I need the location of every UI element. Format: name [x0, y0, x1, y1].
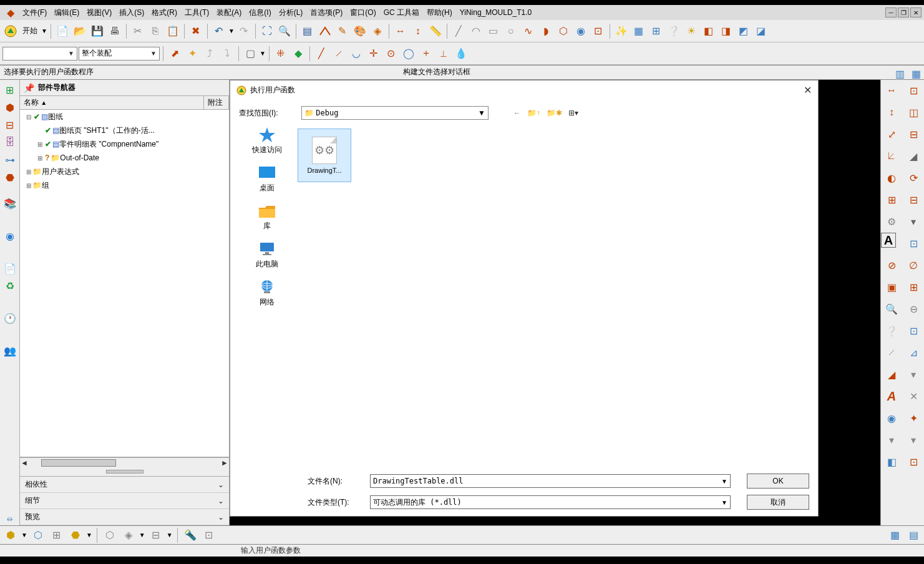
- tool-a-icon[interactable]: ◧: [701, 23, 717, 39]
- snap2-icon[interactable]: ◆: [290, 46, 306, 62]
- db-icon[interactable]: 🗄: [2, 135, 17, 150]
- scope-combo[interactable]: 📁 Debug ▼: [301, 106, 489, 120]
- menu-view[interactable]: 视图(V): [83, 6, 115, 19]
- layers-icon[interactable]: ▤: [299, 23, 316, 39]
- rt-28-icon[interactable]: A: [881, 386, 902, 407]
- scroll-left-icon[interactable]: ◄: [20, 459, 29, 467]
- fitview-icon[interactable]: ⛶: [259, 23, 275, 39]
- assembly-combo[interactable]: 整个装配▼: [79, 47, 160, 61]
- rt-text-icon[interactable]: A: [881, 233, 896, 248]
- shape3-icon[interactable]: ◉: [573, 23, 589, 39]
- acc-preview[interactable]: 预览⌄: [20, 509, 229, 525]
- place-desktop[interactable]: 桌面: [257, 164, 277, 193]
- rt-21-icon[interactable]: ⊖: [903, 298, 924, 319]
- ok-button[interactable]: OK: [747, 474, 809, 489]
- bt-1-dd[interactable]: ▼: [21, 532, 27, 538]
- snap-quad-icon[interactable]: ◯: [401, 46, 417, 62]
- rt-10-icon[interactable]: ⟳: [903, 167, 924, 188]
- rt-12-icon[interactable]: ⊟: [903, 189, 924, 210]
- bt-r2-icon[interactable]: ▤: [905, 527, 922, 543]
- rt-5-icon[interactable]: ⤢: [881, 124, 902, 145]
- open-icon[interactable]: 📂: [72, 23, 88, 39]
- selbox-icon[interactable]: ▢: [242, 46, 258, 62]
- rt-26-icon[interactable]: ◢: [881, 364, 902, 385]
- bt-4-dd[interactable]: ▼: [86, 532, 92, 538]
- rt-22-icon[interactable]: ❔: [881, 320, 902, 341]
- tree-row[interactable]: ⊞📁 组: [20, 178, 229, 192]
- undo-dropdown[interactable]: ▼: [228, 27, 235, 34]
- menu-format[interactable]: 格式(R): [148, 6, 181, 19]
- snap-drop-icon[interactable]: 💧: [453, 46, 469, 62]
- pin-icon[interactable]: 📌: [24, 83, 34, 93]
- table-icon[interactable]: ⊞: [648, 23, 664, 39]
- scroll-right-icon[interactable]: ►: [220, 459, 229, 467]
- tree-row[interactable]: ✔▤ 图纸页 "SHT1"（工作的-活...: [20, 124, 229, 137]
- books-icon[interactable]: 📚: [2, 196, 17, 211]
- chevron-down-icon[interactable]: ▼: [721, 499, 727, 506]
- chevron-down-icon[interactable]: ▼: [721, 478, 727, 485]
- rect-icon[interactable]: ▭: [485, 23, 502, 39]
- rt-14-icon[interactable]: ▾: [903, 211, 924, 232]
- rt-35-icon[interactable]: ⊡: [903, 451, 924, 472]
- doc-icon[interactable]: 📄: [2, 261, 17, 276]
- dim1-icon[interactable]: ↔: [392, 23, 409, 39]
- rt-8-icon[interactable]: ◢: [903, 145, 924, 167]
- shape4-icon[interactable]: ⊡: [590, 23, 606, 39]
- tree-row[interactable]: ⊟✔▤ 图纸: [20, 110, 229, 124]
- bt-7-icon[interactable]: ⊟: [148, 527, 164, 543]
- scroll-thumb[interactable]: [41, 459, 116, 467]
- rt-4-icon[interactable]: ◫: [903, 102, 924, 123]
- new-folder-icon[interactable]: 📁✱: [547, 109, 562, 117]
- shape1-icon[interactable]: ◗: [538, 23, 554, 39]
- rt-16-icon[interactable]: ⊘: [881, 255, 902, 276]
- place-library[interactable]: 库: [257, 202, 277, 231]
- tool-b-icon[interactable]: ◨: [718, 23, 734, 39]
- link-icon[interactable]: ⊶: [2, 152, 17, 167]
- bt-4-icon[interactable]: ⬣: [67, 527, 84, 543]
- menu-prefs[interactable]: 首选项(P): [306, 6, 346, 19]
- rt-13-icon[interactable]: ⚙: [881, 211, 902, 232]
- expander-icon[interactable]: ⊞: [25, 168, 32, 175]
- paste-icon[interactable]: 📋: [165, 23, 181, 39]
- line-icon[interactable]: ╱: [450, 23, 467, 39]
- spline-icon[interactable]: ∿: [520, 23, 537, 39]
- rt-31-icon[interactable]: ✦: [903, 407, 924, 429]
- menu-help[interactable]: 帮助(H): [423, 6, 456, 19]
- bt-6-dd[interactable]: ▼: [139, 532, 145, 538]
- snap-perp-icon[interactable]: ⟂: [435, 46, 452, 62]
- snap-arc-icon[interactable]: ◡: [348, 46, 364, 62]
- menu-insert[interactable]: 插入(S): [115, 6, 148, 19]
- part-icon[interactable]: ⬢: [2, 100, 17, 115]
- zoom-icon[interactable]: 🔍: [276, 23, 293, 39]
- tool-c-icon[interactable]: ◩: [736, 23, 752, 39]
- close-button[interactable]: ✕: [910, 7, 922, 17]
- menu-info[interactable]: 信息(I): [245, 6, 275, 19]
- filetype-combo[interactable]: 可动态调用的库 (*.dll) ▼: [370, 495, 731, 509]
- view-mode-icon[interactable]: ⊞▾: [568, 109, 578, 117]
- file-item-dll[interactable]: ⚙⚙ DrawingT...: [298, 129, 351, 182]
- snap-cross-icon[interactable]: ✛: [366, 46, 382, 62]
- cancel-button[interactable]: 取消: [747, 495, 809, 510]
- col-name[interactable]: 名称 ▲: [20, 96, 204, 109]
- rt-23-icon[interactable]: ⊡: [903, 320, 924, 341]
- rt-2-icon[interactable]: ⊡: [903, 80, 924, 101]
- dim2-icon[interactable]: ↕: [410, 23, 426, 39]
- back-icon[interactable]: ←: [513, 109, 521, 117]
- selbox-dropdown[interactable]: ▼: [260, 50, 266, 57]
- selection-combo[interactable]: ▼: [2, 47, 77, 61]
- edit-icon[interactable]: ✎: [334, 23, 351, 39]
- menu-edit[interactable]: 编辑(E): [51, 6, 83, 19]
- start-label[interactable]: 开始: [20, 26, 40, 36]
- clock-icon[interactable]: 🕐: [2, 311, 17, 326]
- place-network[interactable]: 网络: [257, 278, 277, 308]
- bt-8-icon[interactable]: 🔦: [182, 527, 198, 543]
- snap-mid-icon[interactable]: ⟋: [331, 46, 347, 62]
- grid-icon[interactable]: ▦: [631, 23, 647, 39]
- col-note[interactable]: 附注: [204, 96, 229, 109]
- tree-view[interactable]: ⊟✔▤ 图纸✔▤ 图纸页 "SHT1"（工作的-活...⊞✔▤ 零件明细表 "C…: [20, 110, 229, 457]
- bt-5-icon[interactable]: ⬡: [102, 527, 118, 543]
- acc-detail[interactable]: 细节⌄: [20, 493, 229, 509]
- bt-r1-icon[interactable]: ▦: [887, 527, 903, 543]
- palette-icon[interactable]: 🎨: [352, 23, 368, 39]
- snap-center-icon[interactable]: ⊙: [383, 46, 399, 62]
